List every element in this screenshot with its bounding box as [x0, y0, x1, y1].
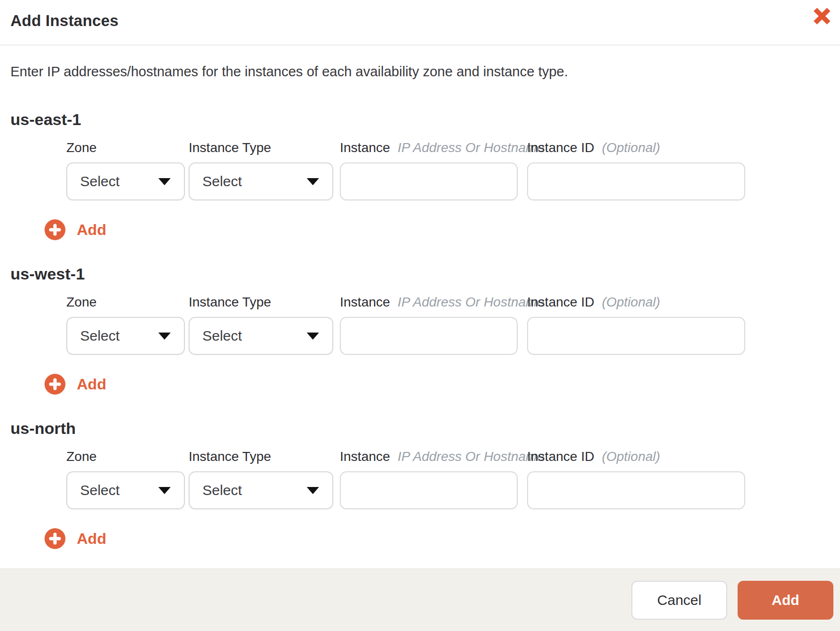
instance-id-label: Instance ID: [527, 294, 594, 310]
instance-type-select-value: Select: [202, 328, 242, 344]
add-button[interactable]: Add: [738, 581, 833, 620]
instance-type-label: Instance Type: [189, 140, 271, 156]
instance-type-select-value: Select: [202, 482, 242, 498]
add-row-button[interactable]: Add: [45, 374, 106, 395]
instance-id-field: Instance ID (Optional): [527, 140, 745, 200]
instance-type-select[interactable]: Select: [189, 162, 333, 200]
instance-type-field: Instance Type Select: [189, 449, 333, 509]
zone-select[interactable]: Select: [66, 162, 185, 200]
instance-id-input[interactable]: [527, 162, 745, 200]
instance-label: Instance: [340, 449, 390, 465]
section-us-east-1: us-east-1 Zone Select Instance Type Sele…: [10, 109, 830, 240]
zone-select[interactable]: Select: [66, 317, 185, 355]
zone-field: Zone Select: [66, 294, 185, 355]
instance-id-hint: (Optional): [602, 449, 660, 465]
instance-field: Instance IP Address Or Hostname: [340, 449, 518, 509]
instance-id-label: Instance ID: [527, 140, 594, 156]
instance-type-field: Instance Type Select: [189, 294, 333, 355]
instance-input[interactable]: [340, 162, 518, 200]
chevron-down-icon: [158, 487, 171, 494]
zone-select-value: Select: [80, 482, 119, 498]
instance-hint: IP Address Or Hostname: [398, 140, 544, 156]
instance-hint: IP Address Or Hostname: [398, 449, 544, 465]
zone-label: Zone: [66, 140, 97, 156]
instance-form-row: Zone Select Instance Type Select Insta: [66, 449, 830, 509]
instance-field: Instance IP Address Or Hostname: [340, 140, 518, 200]
zone-select-value: Select: [80, 173, 119, 189]
chevron-down-icon: [307, 333, 319, 340]
instance-input[interactable]: [340, 471, 518, 509]
plus-circle-icon: [45, 219, 65, 240]
instance-id-hint: (Optional): [602, 140, 660, 156]
instance-type-select[interactable]: Select: [189, 317, 333, 355]
instance-type-select[interactable]: Select: [189, 471, 333, 509]
section-title: us-west-1: [10, 264, 830, 284]
instance-id-field: Instance ID (Optional): [527, 294, 745, 355]
instance-id-input[interactable]: [527, 317, 745, 355]
modal-title: Add Instances: [10, 11, 829, 30]
instance-id-input[interactable]: [527, 471, 745, 509]
modal-description: Enter IP addresses/hostnames for the ins…: [10, 63, 830, 80]
instance-id-field: Instance ID (Optional): [527, 449, 745, 509]
cancel-button[interactable]: Cancel: [631, 581, 727, 620]
modal-header: Add Instances: [0, 0, 840, 45]
instance-label: Instance: [340, 294, 390, 310]
add-row-button[interactable]: Add: [45, 528, 106, 549]
instance-hint: IP Address Or Hostname: [398, 294, 544, 310]
instance-input[interactable]: [340, 317, 518, 355]
section-us-north: us-north Zone Select Instance Type Selec…: [10, 418, 830, 549]
plus-circle-icon: [45, 528, 65, 549]
instance-id-hint: (Optional): [602, 294, 660, 310]
x-icon: [813, 7, 831, 25]
plus-circle-icon: [45, 374, 65, 395]
zone-label: Zone: [66, 294, 97, 310]
zone-label: Zone: [66, 449, 97, 465]
zone-select-value: Select: [80, 328, 119, 344]
instance-type-label: Instance Type: [189, 294, 271, 310]
chevron-down-icon: [307, 178, 319, 185]
add-row-label: Add: [77, 221, 106, 239]
modal-body: Enter IP addresses/hostnames for the ins…: [0, 63, 840, 549]
instance-type-select-value: Select: [202, 173, 242, 189]
instance-type-label: Instance Type: [189, 449, 271, 465]
instance-type-field: Instance Type Select: [189, 140, 333, 200]
instance-id-label: Instance ID: [527, 449, 594, 465]
add-row-label: Add: [77, 376, 106, 393]
chevron-down-icon: [158, 178, 171, 185]
modal-footer: Cancel Add: [0, 568, 840, 631]
instance-form-row: Zone Select Instance Type Select Insta: [66, 294, 830, 355]
instance-field: Instance IP Address Or Hostname: [340, 294, 518, 355]
section-title: us-east-1: [10, 109, 830, 129]
chevron-down-icon: [307, 487, 319, 494]
chevron-down-icon: [158, 333, 171, 340]
zone-select[interactable]: Select: [66, 471, 185, 509]
section-title: us-north: [10, 418, 830, 438]
section-us-west-1: us-west-1 Zone Select Instance Type Sele…: [10, 264, 830, 395]
zone-field: Zone Select: [66, 140, 185, 200]
instance-label: Instance: [340, 140, 390, 156]
add-row-label: Add: [77, 530, 106, 548]
close-button[interactable]: [812, 6, 832, 27]
instance-form-row: Zone Select Instance Type Select Insta: [66, 140, 830, 200]
add-row-button[interactable]: Add: [45, 219, 106, 240]
zone-field: Zone Select: [66, 449, 185, 509]
